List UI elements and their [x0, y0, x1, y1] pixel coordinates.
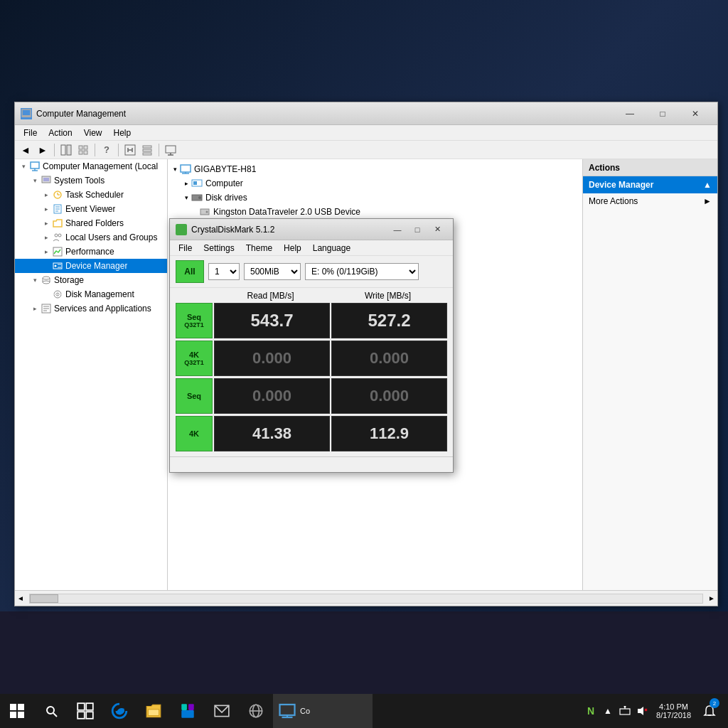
cdm-count-select[interactable]: 1 3 5 [208, 263, 240, 280]
svg-rect-76 [620, 709, 630, 714]
cdm-all-button[interactable]: All [176, 260, 204, 283]
actions-panel: Actions Device Manager ▲ More Actions ► [582, 159, 717, 590]
tree-task-scheduler-label: Task Scheduler [65, 190, 124, 200]
system-tools-icon [41, 175, 52, 186]
actions-section-header[interactable]: Device Manager ▲ [583, 176, 717, 193]
cdm-menu-help[interactable]: Help [278, 242, 307, 255]
actions-more-actions[interactable]: More Actions ► [583, 193, 717, 209]
tray-notification[interactable]: 2 [697, 694, 722, 728]
toolbar-show-hide[interactable] [58, 142, 74, 158]
expand-local-users[interactable]: ▸ [41, 232, 52, 243]
cdm-menu-file[interactable]: File [173, 242, 198, 255]
tray-app-icon[interactable]: N [582, 697, 599, 724]
expand-root[interactable]: ▾ [18, 161, 29, 172]
cdm-row-label-seq-q32t1[interactable]: Seq Q32T1 [176, 303, 213, 338]
cdm-row-label-4k-q32t1[interactable]: 4K Q32T1 [176, 341, 213, 376]
tray-volume-icon[interactable] [633, 697, 651, 724]
statusbar-scroll-left[interactable]: ◄ [15, 591, 26, 606]
toolbar-up[interactable] [75, 142, 91, 158]
main-disk-drives[interactable]: ▾ Disk drives [171, 191, 579, 205]
crystaldiskmark-window: CrystalDiskMark 5.1.2 — □ ✕ File Setting… [169, 218, 454, 473]
titlebar: Computer Management — □ ✕ [15, 102, 717, 125]
cdm-close[interactable]: ✕ [427, 221, 447, 238]
store-button[interactable] [171, 694, 205, 728]
tree-services[interactable]: ▸ Services and Applications [15, 301, 167, 316]
expand-event-viewer[interactable]: ▸ [41, 203, 52, 215]
svg-rect-52 [193, 181, 197, 185]
tray-show-hidden[interactable]: ▲ [599, 697, 616, 724]
svg-rect-13 [143, 149, 151, 151]
cdm-row-label-4k[interactable]: 4K [176, 416, 213, 451]
event-viewer-icon [52, 203, 63, 215]
computer-mgmt-taskbar[interactable]: Co [273, 694, 373, 728]
network-button[interactable] [239, 694, 273, 728]
cdm-size-select[interactable]: 500MiB 1GiB [244, 263, 301, 280]
svg-rect-64 [86, 712, 93, 719]
cdm-drive-select[interactable]: E: 0% (0/119GiB) [305, 263, 419, 280]
expand-device-manager[interactable] [41, 260, 52, 272]
toolbar-info[interactable] [122, 142, 138, 158]
cdm-read-header: Read [MB/s] [213, 291, 328, 301]
expand-services[interactable]: ▸ [29, 303, 41, 314]
edge-browser-button[interactable] [102, 694, 136, 728]
tray-network-icon[interactable] [616, 697, 633, 724]
start-button[interactable] [0, 694, 34, 728]
tree-shared-folders[interactable]: ▸ Shared Folders [15, 216, 167, 230]
tree-storage[interactable]: ▾ Storage [15, 273, 167, 287]
svg-point-34 [55, 265, 57, 267]
toolbar-help[interactable]: ? [99, 142, 114, 158]
toolbar-computer[interactable] [163, 142, 178, 158]
search-button[interactable] [34, 694, 68, 728]
svg-point-54 [198, 196, 201, 199]
cdm-minimize[interactable]: — [387, 221, 407, 238]
statusbar-scrollbar[interactable] [29, 594, 703, 604]
tree-disk-management[interactable]: Disk Management [15, 287, 167, 301]
close-button[interactable]: ✕ [679, 102, 712, 125]
menu-action[interactable]: Action [43, 125, 77, 141]
svg-rect-15 [166, 146, 176, 153]
cdm-menu-theme[interactable]: Theme [240, 242, 278, 255]
svg-marker-79 [638, 707, 643, 715]
storage-icon [41, 274, 52, 286]
cdm-row-label-seq[interactable]: Seq [176, 378, 213, 414]
disk-management-icon [52, 289, 63, 300]
svg-rect-48 [181, 165, 191, 172]
expand-system-tools[interactable]: ▾ [29, 175, 41, 186]
statusbar-scroll-right[interactable]: ► [706, 591, 717, 606]
expand-task-scheduler[interactable]: ▸ [41, 189, 52, 200]
menu-file[interactable]: File [18, 125, 43, 141]
computer-icon [29, 161, 41, 172]
task-view-button[interactable] [68, 694, 102, 728]
tree-task-scheduler[interactable]: ▸ Task Scheduler [15, 188, 167, 202]
main-kingston[interactable]: Kingston DataTraveler 2.0 USB Device [171, 205, 579, 219]
expand-shared-folders[interactable]: ▸ [41, 218, 52, 229]
minimize-button[interactable]: — [614, 102, 646, 125]
tree-device-manager[interactable]: Device Manager [15, 259, 167, 273]
cdm-menu-language[interactable]: Language [307, 242, 356, 255]
tray-clock[interactable]: 4:10 PM 8/17/2018 [651, 694, 697, 728]
tree-local-users[interactable]: ▸ Local Users and Groups [15, 230, 167, 245]
menu-help[interactable]: Help [108, 125, 137, 141]
cdm-write-2: 0.000 [331, 378, 447, 414]
mail-button[interactable] [205, 694, 239, 728]
main-computer-item[interactable]: ▸ Computer [171, 176, 579, 191]
cdm-row-label-line2-1: Q32T1 [184, 359, 204, 366]
file-explorer-button[interactable] [136, 694, 171, 728]
toolbar-back[interactable]: ◄ [18, 142, 33, 158]
toolbar-list[interactable] [139, 142, 155, 158]
main-computer-root[interactable]: ▾ GIGABYTE-H81 [171, 162, 579, 176]
toolbar-forward[interactable]: ► [35, 142, 50, 158]
svg-point-40 [43, 281, 50, 284]
menu-view[interactable]: View [78, 125, 108, 141]
tree-event-viewer[interactable]: ▸ Event Viewer [15, 202, 167, 216]
cdm-menu-settings[interactable]: Settings [198, 242, 240, 255]
tree-system-tools[interactable]: ▾ System Tools [15, 173, 167, 188]
maximize-button[interactable]: □ [646, 102, 679, 125]
expand-disk-management[interactable] [41, 289, 52, 300]
tree-performance[interactable]: ▸ Performance [15, 245, 167, 259]
expand-performance[interactable]: ▸ [41, 246, 52, 257]
expand-storage[interactable]: ▾ [29, 274, 41, 286]
device-manager-icon [52, 260, 63, 272]
tree-root[interactable]: ▾ Computer Management (Local [15, 159, 167, 173]
cdm-maximize[interactable]: □ [407, 221, 427, 238]
